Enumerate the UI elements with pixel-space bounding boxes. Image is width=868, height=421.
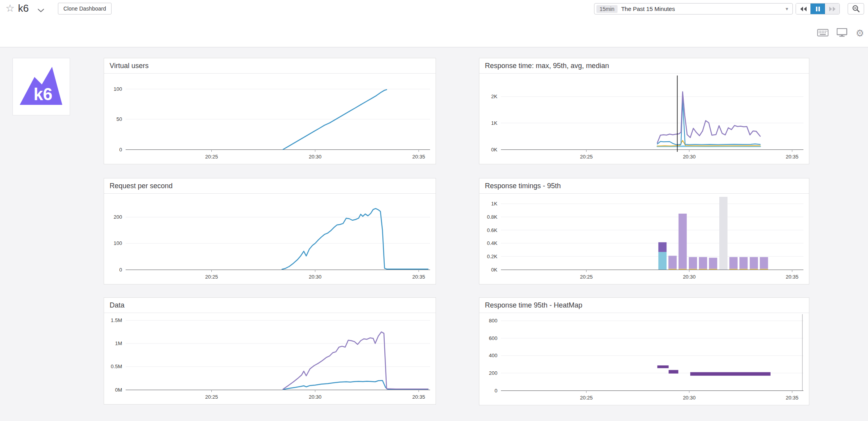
svg-text:20:35: 20:35 [412, 154, 425, 160]
time-range-badge: 15min [596, 5, 618, 13]
svg-text:0K: 0K [491, 147, 497, 153]
svg-text:600: 600 [489, 335, 497, 341]
chart-plot-virtual-users[interactable]: 05010020:2520:3020:35 [104, 74, 436, 164]
svg-text:1K: 1K [491, 120, 497, 126]
svg-text:0.5M: 0.5M [111, 363, 122, 369]
chart-plot-response-timings[interactable]: 0K0.2K0.4K0.6K0.8K1K20:2520:3020:35 [479, 194, 809, 284]
dashboard-title[interactable]: k6 [18, 2, 29, 14]
svg-text:20:25: 20:25 [205, 394, 218, 400]
favorite-star-icon[interactable]: ☆ [5, 2, 14, 14]
fast-forward-button[interactable] [825, 4, 839, 14]
svg-text:20:35: 20:35 [786, 274, 799, 280]
svg-text:100: 100 [113, 240, 122, 246]
chart-card-data: Data 0M0.5M1M1.5M20:2520:3020:35 [104, 297, 436, 405]
k6-logo: k6 [13, 58, 70, 115]
chevron-down-icon[interactable] [38, 7, 44, 14]
svg-text:20:35: 20:35 [412, 274, 425, 280]
dashboard-toolbar: ⚙ [817, 28, 864, 38]
svg-text:0.8K: 0.8K [487, 214, 497, 220]
svg-text:20:30: 20:30 [683, 274, 696, 280]
tv-mode-icon[interactable] [837, 28, 847, 38]
svg-text:400: 400 [489, 353, 497, 358]
chart-title: Request per second [104, 178, 436, 194]
svg-text:20:30: 20:30 [309, 274, 322, 280]
chart-plot-request-per-second[interactable]: 010020020:2520:3020:35 [104, 194, 436, 284]
chart-title: Response time: max, 95th, avg, median [479, 58, 809, 74]
chart-card-heatmap: Response time 95th - HeatMap 02004006008… [479, 297, 809, 405]
svg-text:0.2K: 0.2K [487, 254, 497, 259]
svg-text:20:25: 20:25 [580, 274, 593, 280]
chart-card-response-timings: Response timings - 95th 0K0.2K0.4K0.6K0.… [479, 178, 809, 284]
svg-text:20:25: 20:25 [205, 154, 218, 160]
svg-text:1M: 1M [115, 340, 122, 346]
rewind-button[interactable] [796, 4, 810, 14]
svg-text:20:35: 20:35 [786, 154, 799, 160]
svg-text:50: 50 [117, 116, 122, 122]
chart-plot-data[interactable]: 0M0.5M1M1.5M20:2520:3020:35 [104, 313, 436, 404]
svg-text:0: 0 [119, 267, 122, 273]
svg-text:1.5M: 1.5M [111, 317, 122, 323]
svg-text:200: 200 [113, 214, 122, 220]
dashboard-canvas: k6 Virtual users 05010020:2520:3020:35 R… [0, 48, 868, 421]
clone-dashboard-button[interactable]: Clone Dashboard [58, 3, 112, 14]
chart-title: Response time 95th - HeatMap [479, 298, 809, 313]
chart-title: Response timings - 95th [479, 178, 809, 194]
chart-plot-response-time[interactable]: 0K1K2K20:2520:3020:35 [479, 74, 809, 164]
svg-text:0.6K: 0.6K [487, 227, 497, 233]
playback-controls [796, 3, 840, 14]
svg-text:20:35: 20:35 [412, 394, 425, 400]
zoom-out-button[interactable] [848, 3, 864, 14]
svg-text:20:25: 20:25 [205, 274, 218, 280]
chart-plot-heatmap[interactable]: 020040060080020:2520:3020:35 [479, 313, 809, 405]
time-range-label: The Past 15 Minutes [621, 5, 785, 12]
svg-text:20:30: 20:30 [309, 154, 322, 160]
chart-card-virtual-users: Virtual users 05010020:2520:3020:35 [104, 58, 436, 164]
svg-text:20:25: 20:25 [580, 395, 593, 401]
svg-text:20:30: 20:30 [683, 395, 696, 401]
svg-text:1K: 1K [491, 201, 497, 207]
chart-card-request-per-second: Request per second 010020020:2520:3020:3… [104, 178, 436, 284]
svg-text:200: 200 [489, 370, 497, 376]
svg-text:0K: 0K [491, 267, 497, 273]
svg-text:20:35: 20:35 [786, 395, 799, 401]
svg-text:0.4K: 0.4K [487, 240, 497, 246]
svg-text:2K: 2K [491, 94, 497, 99]
svg-text:0: 0 [119, 147, 122, 153]
keyboard-shortcuts-icon[interactable] [817, 29, 828, 38]
gear-icon[interactable]: ⚙ [855, 29, 864, 38]
svg-text:20:30: 20:30 [683, 154, 696, 160]
pause-button[interactable] [810, 4, 825, 14]
chart-title: Data [104, 298, 436, 313]
time-range-picker[interactable]: 15min The Past 15 Minutes ▾ [594, 3, 793, 14]
svg-text:800: 800 [489, 318, 497, 324]
chart-card-response-time: Response time: max, 95th, avg, median 0K… [479, 58, 809, 164]
k6-logo-text: k6 [34, 85, 52, 104]
top-header: ☆ k6 Clone Dashboard 15min The Past 15 M… [0, 0, 868, 47]
svg-text:0M: 0M [115, 387, 122, 393]
k6-logo-card: k6 [13, 58, 70, 115]
dropdown-caret-icon: ▾ [785, 6, 788, 12]
svg-text:20:30: 20:30 [309, 394, 322, 400]
svg-text:20:25: 20:25 [580, 154, 593, 160]
svg-text:100: 100 [113, 86, 122, 92]
chart-title: Virtual users [104, 58, 436, 74]
svg-text:0: 0 [495, 388, 497, 394]
